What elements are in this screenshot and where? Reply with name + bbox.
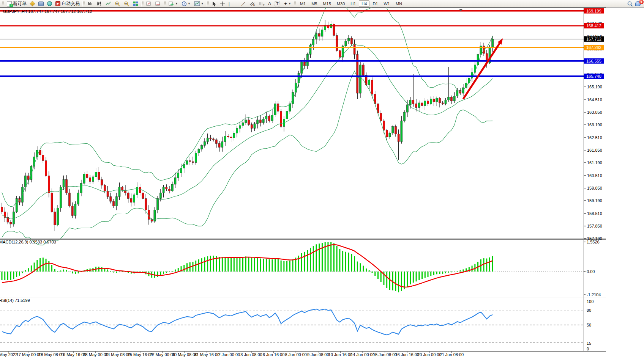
price-tick-label: 163.850 (587, 110, 602, 115)
zoom-in-button[interactable] (113, 0, 122, 7)
trendline-tool-button[interactable]: ／ (240, 0, 247, 7)
time-tick-label: 23 May 00:00 (83, 352, 108, 357)
timeframe-m30-button[interactable]: M30 (334, 0, 347, 7)
zoom-in-icon (115, 1, 120, 6)
time-axis: May 202217 May 00:0018 May 08:0019 May 1… (0, 351, 464, 357)
equidistant-channel-button[interactable]: E (248, 0, 257, 7)
tile-windows-button[interactable] (131, 0, 140, 7)
timeframe-m1-button[interactable]: M1 (297, 0, 308, 7)
candle (280, 109, 282, 128)
periods-button[interactable]: ▼ (180, 0, 192, 7)
timeframe-w1-button[interactable]: W1 (381, 0, 393, 7)
signals-button[interactable] (46, 0, 54, 7)
price-tick-label: 159.850 (587, 186, 602, 190)
autotrading-icon: ▶ (55, 1, 60, 6)
price-tag: 166.555 (584, 58, 604, 64)
indicators-button[interactable]: ▼ (167, 0, 180, 7)
fibonacci-tool-button[interactable]: F (257, 0, 266, 7)
time-tick-label: 20 Jun 00:00 (417, 352, 442, 357)
market-button[interactable] (37, 0, 45, 7)
trendline-icon: ／ (241, 1, 246, 6)
timeframe-h1-button[interactable]: H1 (348, 0, 358, 7)
price-tag: 167.262 (584, 45, 604, 50)
toolbar-grip[interactable] (82, 1, 85, 6)
time-tick-label: 25 May 16:00 (128, 352, 153, 357)
rsi-scale-label: 80 (587, 308, 591, 312)
candlestick-chart-button[interactable] (95, 0, 104, 7)
toolbar-grip[interactable] (141, 1, 144, 6)
candlestick-chart-icon (96, 1, 102, 6)
vertical-line-icon: | (229, 1, 230, 6)
line-chart-button[interactable] (104, 0, 113, 7)
svg-text:F: F (263, 4, 265, 6)
timeframe-m15-button[interactable]: M15 (320, 0, 333, 7)
shapes-tool-button[interactable]: ✦ ▼ (282, 0, 293, 7)
toolbar-grip[interactable] (2, 1, 4, 6)
svg-text:T: T (276, 2, 278, 6)
cursor-tool-button[interactable] (210, 0, 218, 7)
time-tick-label: 6 Jun 16:00 (263, 352, 285, 357)
chart-window[interactable]: 168.530167.850167.190166.510165.850165.1… (0, 8, 644, 358)
candle (404, 110, 406, 122)
timeframe-h4-button[interactable]: H4 (359, 0, 369, 7)
clock-icon (182, 1, 187, 6)
macd-scale-label: 1.5526 (587, 240, 600, 244)
macd-scale-label: -1.2104 (587, 292, 601, 297)
metaeditor-icon (30, 1, 35, 6)
new-order-button[interactable]: + 新订单 (5, 0, 28, 7)
rsi-scale-label: 15 (587, 341, 591, 345)
cursor-icon (212, 1, 216, 6)
time-tick-label: 24 May 08:00 (105, 352, 131, 357)
crosshair-tool-button[interactable] (218, 0, 227, 7)
rsi-scale-label: 100 (587, 299, 593, 304)
bar-chart-button[interactable] (86, 0, 95, 7)
templates-button[interactable]: ▼ (193, 0, 205, 7)
time-tick-label: 9 Jun 08:00 (307, 352, 329, 357)
time-tick-label: 21 Jun 08:00 (440, 352, 464, 357)
toolbar-grip[interactable] (164, 1, 166, 6)
search-icon[interactable] (627, 1, 633, 7)
arrange-charts-button[interactable] (145, 0, 153, 7)
price-tag: 169.199 (584, 8, 604, 14)
svg-text:167.262: 167.262 (586, 45, 601, 50)
text-tool-icon: A (268, 1, 271, 6)
track-chart-button[interactable] (154, 0, 163, 7)
price-tick-label: 157.850 (587, 224, 602, 228)
price-chart-canvas[interactable]: 168.530167.850167.190166.510165.850165.1… (0, 8, 644, 358)
price-tick-label: 161.850 (587, 148, 602, 152)
autotrading-label: 自动交易 (62, 0, 80, 7)
fibonacci-icon: F (259, 1, 265, 6)
timeframe-mn-button[interactable]: MN (393, 0, 405, 7)
svg-text:168.412: 168.412 (586, 24, 601, 28)
market-icon (38, 2, 44, 6)
price-tick-label: 160.510 (587, 173, 602, 178)
timeframe-d1-button[interactable]: D1 (370, 0, 380, 7)
time-tick-label: 16 Jun 16:00 (395, 352, 419, 357)
rsi-scale-label: 50 (587, 323, 591, 327)
signals-icon (47, 1, 52, 6)
symbol-ohlc-label: GBPJPY-,H4 167.747 167.747 167.712 167.7… (3, 9, 92, 14)
time-tick-label: 30 May 08:00 (172, 352, 197, 357)
horizontal-line-tool-button[interactable]: — (232, 0, 239, 7)
macd-scale-label: 0.00 (587, 269, 595, 274)
text-tool-button[interactable]: A (267, 0, 273, 7)
notifications-chat-icon[interactable]: 1 (635, 1, 641, 6)
macd-indicator-label: MACD(12,26,9) 0.9533 0.6703 (0, 240, 56, 244)
vertical-line-tool-button[interactable]: | (227, 0, 231, 7)
time-tick-label: 8 Jun 00:00 (285, 352, 307, 357)
time-tick-label: 10 Jun 16:00 (328, 352, 353, 357)
toolbar-grip[interactable] (294, 1, 296, 6)
new-order-icon: + (7, 1, 12, 6)
autotrading-button[interactable]: ▶ 自动交易 (54, 0, 81, 7)
track-chart-icon (155, 1, 161, 6)
timeframe-m5-button[interactable]: M5 (309, 0, 320, 7)
toolbar-grip[interactable] (207, 1, 209, 6)
zoom-out-button[interactable] (122, 0, 131, 7)
metaeditor-button[interactable] (28, 0, 36, 7)
rsi-scale-label: 0 (587, 347, 589, 351)
equidistant-channel-icon: E (249, 1, 255, 6)
label-tool-button[interactable]: T (273, 0, 282, 7)
time-tick-label: 2 Jun 00:00 (218, 352, 240, 357)
crosshair-icon (220, 1, 225, 6)
tile-windows-icon (133, 1, 139, 6)
